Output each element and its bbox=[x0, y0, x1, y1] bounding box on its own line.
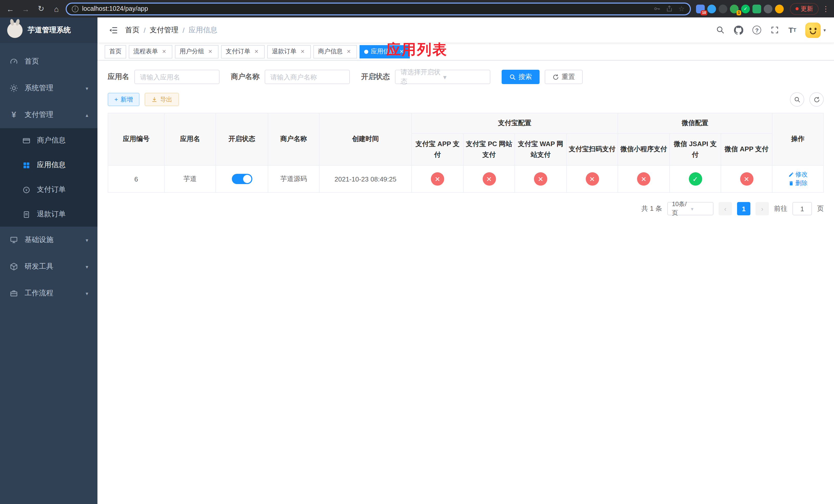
chevron-up-icon: ▴ bbox=[86, 112, 88, 118]
sidebar-item-workflow[interactable]: 工作流程 ▾ bbox=[0, 280, 97, 306]
sidebar-logo[interactable]: 芋道管理系统 bbox=[0, 18, 97, 43]
sidebar-item-refund-order[interactable]: 退款订单 bbox=[0, 202, 97, 227]
status-select[interactable]: 请选择开启状态 ▾ bbox=[395, 70, 490, 84]
th-alipay-qr: 支付宝扫码支付 bbox=[567, 134, 618, 165]
close-icon[interactable]: ✕ bbox=[345, 48, 352, 55]
sidebar-item-merchant-info[interactable]: 商户信息 bbox=[0, 128, 97, 153]
wx-lite-status-icon: ✕ bbox=[637, 172, 650, 186]
alipay-pc-status-icon: ✕ bbox=[482, 172, 496, 186]
next-page-button[interactable]: › bbox=[755, 202, 769, 215]
th-wx-app: 微信 APP 支付 bbox=[721, 134, 772, 165]
password-key-icon[interactable] bbox=[654, 5, 661, 12]
alipay-wap-status-icon: ✕ bbox=[534, 172, 547, 186]
url-text[interactable]: localhost:1024/pay/app bbox=[82, 5, 650, 12]
extension-icon-4[interactable]: 1 bbox=[730, 4, 739, 13]
export-button[interactable]: 导出 bbox=[145, 93, 179, 106]
plus-icon: + bbox=[114, 96, 118, 103]
tab-merchant-info[interactable]: 商户信息 ✕ bbox=[313, 45, 357, 58]
add-button-label: 新增 bbox=[120, 95, 133, 104]
reset-button[interactable]: 重置 bbox=[545, 70, 583, 84]
tab-label: 用户分组 bbox=[179, 47, 204, 56]
tab-label: 商户信息 bbox=[318, 47, 343, 56]
sidebar-item-home[interactable]: 首页 bbox=[0, 48, 97, 75]
refresh-button[interactable] bbox=[809, 92, 824, 107]
browser-menu-icon[interactable]: ⋮ bbox=[822, 5, 830, 13]
tab-home[interactable]: 首页 bbox=[105, 45, 126, 58]
tabs-bar: 首页 流程表单 ✕ 用户分组 ✕ 支付订单 ✕ 退款订单 ✕ bbox=[97, 43, 834, 61]
tab-refund-order[interactable]: 退款订单 ✕ bbox=[267, 45, 311, 58]
sidebar-item-payment-management[interactable]: ¥ 支付管理 ▴ bbox=[0, 101, 97, 128]
close-icon[interactable]: ✕ bbox=[299, 48, 306, 55]
tab-user-group[interactable]: 用户分组 ✕ bbox=[175, 45, 219, 58]
user-avatar-menu[interactable]: ▾ bbox=[806, 22, 826, 38]
font-size-icon[interactable]: TT bbox=[788, 26, 796, 35]
help-icon[interactable]: ? bbox=[752, 26, 761, 35]
hide-search-button[interactable] bbox=[790, 92, 804, 107]
search-button[interactable]: 搜索 bbox=[502, 70, 540, 84]
sidebar-fold-icon[interactable] bbox=[106, 22, 121, 38]
page-size-select[interactable]: 10条/页 ▾ bbox=[667, 202, 714, 215]
page-size-value: 10条/页 bbox=[672, 200, 691, 217]
tab-label: 首页 bbox=[109, 47, 122, 56]
extension-icon-7[interactable] bbox=[764, 4, 772, 13]
extension-icon-3[interactable] bbox=[719, 4, 727, 13]
avatar bbox=[806, 22, 821, 38]
gear-icon bbox=[9, 84, 19, 92]
th-alipay-app: 支付宝 APP 支付 bbox=[412, 134, 463, 165]
th-app-name: 应用名 bbox=[164, 113, 216, 165]
address-bar[interactable]: i localhost:1024/pay/app ☆ bbox=[66, 2, 691, 15]
edit-button[interactable]: 修改 bbox=[788, 170, 808, 179]
page-number-button[interactable]: 1 bbox=[737, 202, 750, 215]
tab-label: 退款订单 bbox=[272, 47, 297, 56]
share-icon[interactable] bbox=[666, 5, 673, 12]
header-search-icon[interactable] bbox=[716, 26, 725, 35]
alipay-app-status-icon: ✕ bbox=[431, 172, 444, 186]
app-name-input[interactable] bbox=[134, 70, 220, 84]
merchant-name-input[interactable] bbox=[265, 70, 350, 84]
extension-icon-1[interactable]: 10 bbox=[696, 4, 705, 13]
status-toggle[interactable] bbox=[232, 174, 252, 184]
breadcrumb-home[interactable]: 首页 bbox=[125, 25, 139, 35]
close-icon[interactable]: ✕ bbox=[160, 48, 168, 55]
browser-forward-button[interactable]: → bbox=[20, 3, 32, 15]
monitor-icon bbox=[9, 236, 19, 244]
close-icon[interactable]: ✕ bbox=[253, 48, 260, 55]
tab-payment-order[interactable]: 支付订单 ✕ bbox=[221, 45, 265, 58]
extension-icon-6[interactable] bbox=[752, 4, 761, 13]
wx-jsapi-status-icon: ✓ bbox=[688, 172, 702, 186]
th-alipay-wap: 支付宝 WAP 网站支付 bbox=[515, 134, 567, 165]
delete-button[interactable]: 删除 bbox=[788, 179, 808, 188]
close-icon[interactable]: ✕ bbox=[207, 48, 214, 55]
tab-process-form[interactable]: 流程表单 ✕ bbox=[129, 45, 172, 58]
prev-page-button[interactable]: ‹ bbox=[719, 202, 732, 215]
bookmark-star-icon[interactable]: ☆ bbox=[678, 5, 685, 13]
sidebar-item-app-info[interactable]: 应用信息 bbox=[0, 153, 97, 177]
browser-chrome: ← → ↻ ⌂ i localhost:1024/pay/app ☆ 10 1 … bbox=[0, 0, 834, 18]
sidebar-item-infrastructure[interactable]: 基础设施 ▾ bbox=[0, 227, 97, 253]
page-content: 应用名 商户名称 开启状态 请选择开启状态 ▾ bbox=[97, 61, 834, 504]
add-button[interactable]: + 新增 bbox=[108, 93, 139, 106]
browser-home-button[interactable]: ⌂ bbox=[50, 3, 63, 15]
th-status: 开启状态 bbox=[216, 113, 268, 165]
browser-refresh-button[interactable]: ↻ bbox=[35, 3, 47, 15]
browser-update-button[interactable]: 更新 bbox=[790, 3, 819, 15]
th-wx-lite: 微信小程序支付 bbox=[618, 134, 670, 165]
emoji-extension-icon[interactable] bbox=[775, 4, 784, 13]
github-icon[interactable] bbox=[734, 25, 743, 35]
fullscreen-icon[interactable] bbox=[770, 26, 779, 35]
breadcrumb-payment[interactable]: 支付管理 bbox=[150, 25, 178, 35]
extension-icon-2[interactable] bbox=[707, 4, 716, 13]
toolbox-icon bbox=[9, 262, 19, 271]
breadcrumb-separator: / bbox=[182, 26, 185, 34]
chevron-down-icon: ▾ bbox=[86, 237, 88, 243]
site-info-icon[interactable]: i bbox=[72, 5, 79, 12]
sidebar-item-payment-order[interactable]: ¥ 支付订单 bbox=[0, 177, 97, 202]
extension-icon-5[interactable]: ✓ bbox=[741, 4, 750, 13]
goto-page-input[interactable] bbox=[792, 202, 812, 215]
th-wechat-group: 微信配置 bbox=[618, 113, 772, 134]
browser-back-button[interactable]: ← bbox=[4, 3, 16, 15]
sidebar-item-dev-tools[interactable]: 研发工具 ▾ bbox=[0, 253, 97, 280]
sidebar-item-system-management[interactable]: 系统管理 ▾ bbox=[0, 75, 97, 101]
top-navbar: 首页 / 支付管理 / 应用信息 ? bbox=[97, 18, 834, 43]
extension-badge: 10 bbox=[701, 10, 707, 15]
